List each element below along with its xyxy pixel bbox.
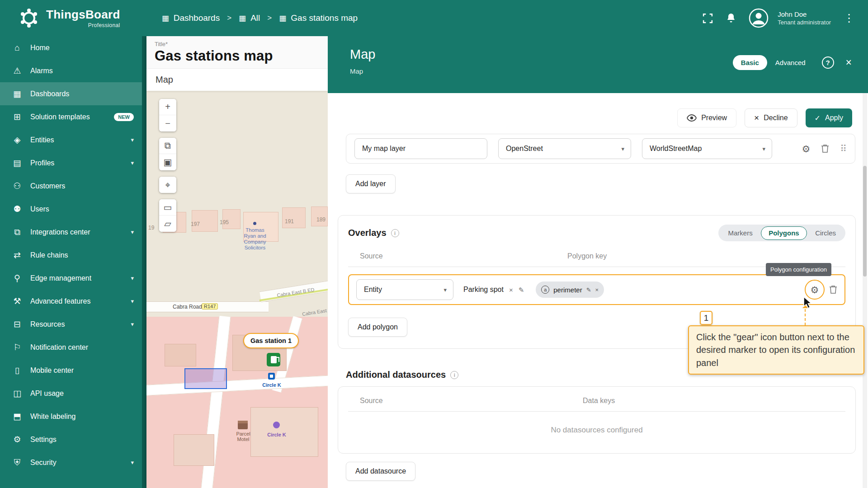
breadcrumb-dashboards[interactable]: ▦ Dashboards bbox=[162, 13, 220, 23]
breadcrumb-all[interactable]: ▦ All bbox=[239, 13, 260, 23]
breadcrumb: ▦ Dashboards > ▦ All > ▦ Gas stations ma… bbox=[162, 13, 358, 23]
attribute-type-icon: a bbox=[541, 286, 549, 294]
sidebar-item-profiles[interactable]: ▤Profiles▾ bbox=[0, 151, 142, 174]
decline-button[interactable]: × Decline bbox=[745, 108, 797, 127]
clear-alias-icon[interactable]: × bbox=[509, 286, 513, 293]
integrations-icon: ⧉ bbox=[12, 227, 23, 237]
draw-rectangle-icon[interactable]: ▭ bbox=[159, 199, 176, 216]
selected-polygon[interactable] bbox=[184, 368, 227, 389]
remove-key-icon[interactable]: × bbox=[595, 287, 599, 293]
widget-title: Gas stations map bbox=[155, 48, 320, 64]
sidebar-item-security[interactable]: ⛨Security▾ bbox=[0, 451, 142, 474]
settings-gear-icon: ⚙ bbox=[12, 434, 23, 445]
zoom-out-button[interactable]: − bbox=[159, 115, 176, 131]
sidebar-item-entities[interactable]: ◈Entities▾ bbox=[0, 128, 142, 151]
home-icon: ⌂ bbox=[12, 43, 23, 53]
sidebar-item-users[interactable]: ⚉Users bbox=[0, 197, 142, 221]
layers-icon[interactable]: ⧉ bbox=[159, 138, 176, 154]
sidebar-item-solution-templates[interactable]: ⊞Solution templatesNEW bbox=[0, 105, 142, 128]
breadcrumb-gas-stations-map[interactable]: ▦ Gas stations map bbox=[279, 13, 358, 23]
column-source: Source bbox=[360, 397, 583, 405]
sidebar-item-label: Profiles bbox=[30, 159, 54, 167]
edit-alias-pencil-icon[interactable]: ✎ bbox=[519, 286, 524, 293]
new-badge: NEW bbox=[114, 113, 134, 121]
map-widget[interactable]: + − ⧉ ▣ ⌖ ▭ ▱ 19 197 195 191 bbox=[146, 91, 328, 488]
layer-provider-select[interactable]: OpenStreet ▾ bbox=[498, 138, 631, 159]
overlays-title: Overlays bbox=[348, 228, 387, 238]
sidebar-item-label: Integrations center bbox=[30, 228, 90, 236]
close-icon[interactable]: × bbox=[846, 57, 852, 68]
breadcrumb-separator: > bbox=[267, 14, 272, 23]
sidebar-item-white-labeling[interactable]: ⬒White labeling bbox=[0, 405, 142, 428]
sidebar-item-mobile-center[interactable]: ▯Mobile center bbox=[0, 359, 142, 382]
parcel-motel-marker[interactable] bbox=[238, 421, 248, 429]
chevron-down-icon: ▾ bbox=[131, 136, 134, 143]
sidebar-item-notification-center[interactable]: ⚐Notification center bbox=[0, 336, 142, 359]
add-layer-button[interactable]: Add layer bbox=[346, 174, 396, 193]
connector-dashed-line bbox=[805, 309, 806, 325]
chevron-down-icon: ▾ bbox=[131, 321, 134, 328]
top-header: ThingsBoard Professional ▦ Dashboards > … bbox=[0, 0, 868, 36]
sidebar-item-home[interactable]: ⌂Home bbox=[0, 36, 142, 59]
edge-management-icon: ⚲ bbox=[12, 273, 23, 283]
drag-handle[interactable]: ⠿ bbox=[840, 143, 847, 154]
gas-station-marker[interactable] bbox=[267, 353, 280, 366]
draw-polygon-icon[interactable]: ▱ bbox=[159, 216, 176, 232]
advanced-mode-button[interactable]: Advanced bbox=[771, 55, 810, 70]
tab-polygons[interactable]: Polygons bbox=[761, 226, 807, 240]
sidebar-item-edge-management[interactable]: ⚲Edge management▾ bbox=[0, 267, 142, 290]
layer-type-select[interactable]: WorldStreetMap ▾ bbox=[642, 138, 772, 159]
place-marker-icon[interactable]: ⌖ bbox=[159, 177, 176, 193]
scrollbar-thumb[interactable] bbox=[863, 166, 867, 277]
polygon-key-chip[interactable]: a perimeter ✎ × bbox=[536, 282, 604, 298]
sidebar-item-dashboards[interactable]: ▦Dashboards bbox=[0, 82, 142, 105]
entity-alias-group: Parking spot × ✎ bbox=[463, 286, 524, 294]
circle-k-marker[interactable] bbox=[273, 422, 280, 428]
layer-delete-trash-icon[interactable] bbox=[821, 144, 829, 153]
add-polygon-button[interactable]: Add polygon bbox=[348, 318, 407, 337]
decline-label: Decline bbox=[764, 114, 788, 122]
road-ref-badge: R147 bbox=[202, 303, 218, 310]
polygon-settings-gear-icon[interactable]: ⚙ bbox=[811, 285, 819, 295]
sidebar-item-resources[interactable]: ⊟Resources▾ bbox=[0, 313, 142, 336]
poi-line: Company bbox=[236, 239, 274, 245]
sidebar-item-api-usage[interactable]: ◫API usage bbox=[0, 382, 142, 405]
scrollbar[interactable] bbox=[863, 93, 867, 488]
basic-mode-button[interactable]: Basic bbox=[733, 55, 767, 70]
user-name: John Doe bbox=[778, 10, 831, 18]
add-datasource-button[interactable]: Add datasource bbox=[346, 462, 415, 481]
layer-name-input[interactable] bbox=[354, 138, 487, 159]
avatar[interactable] bbox=[749, 8, 769, 28]
polygon-source-select[interactable]: Entity ▾ bbox=[356, 279, 453, 300]
tab-circles[interactable]: Circles bbox=[807, 226, 844, 240]
sidebar-item-customers[interactable]: ⚇Customers bbox=[0, 174, 142, 197]
house-number: 195 bbox=[220, 219, 229, 225]
layer-row-actions: ⚙ ⠿ bbox=[802, 143, 847, 154]
solution-templates-icon: ⊞ bbox=[12, 112, 23, 122]
resources-icon: ⊟ bbox=[12, 319, 23, 329]
tab-markers[interactable]: Markers bbox=[720, 226, 760, 240]
circle-k-marker[interactable] bbox=[268, 373, 275, 380]
basemap-icon[interactable]: ▣ bbox=[159, 154, 176, 170]
sidebar-item-alarms[interactable]: ⚠Alarms bbox=[0, 59, 142, 82]
layer-settings-gear-icon[interactable]: ⚙ bbox=[802, 144, 811, 154]
sidebar-item-advanced-features[interactable]: ⚒Advanced features▾ bbox=[0, 290, 142, 313]
notifications-bell-button[interactable] bbox=[726, 13, 736, 23]
edit-key-pencil-icon[interactable]: ✎ bbox=[586, 287, 591, 293]
gas-station-tooltip[interactable]: Gas station 1 bbox=[243, 333, 299, 348]
preview-button[interactable]: Preview bbox=[677, 108, 736, 127]
chevron-down-icon: ▾ bbox=[131, 229, 134, 235]
sidebar-item-integrations-center[interactable]: ⧉Integrations center▾ bbox=[0, 221, 142, 244]
apply-button[interactable]: ✓ Apply bbox=[806, 108, 852, 127]
sidebar-item-settings[interactable]: ⚙Settings bbox=[0, 428, 142, 451]
sidebar-item-rule-chains[interactable]: ⇄Rule chains bbox=[0, 244, 142, 267]
breadcrumb-label: All bbox=[250, 13, 260, 23]
fullscreen-button[interactable] bbox=[702, 13, 713, 24]
polygon-delete-trash-icon[interactable] bbox=[829, 285, 837, 294]
app: ThingsBoard Professional ▦ Dashboards > … bbox=[0, 0, 868, 488]
zoom-in-button[interactable]: + bbox=[159, 99, 176, 115]
help-button[interactable]: ? bbox=[822, 56, 834, 69]
chevron-down-icon: ▾ bbox=[762, 145, 765, 152]
more-menu-button[interactable]: ⋮ bbox=[844, 12, 854, 24]
map-layers-control: ⧉ ▣ bbox=[159, 138, 176, 170]
